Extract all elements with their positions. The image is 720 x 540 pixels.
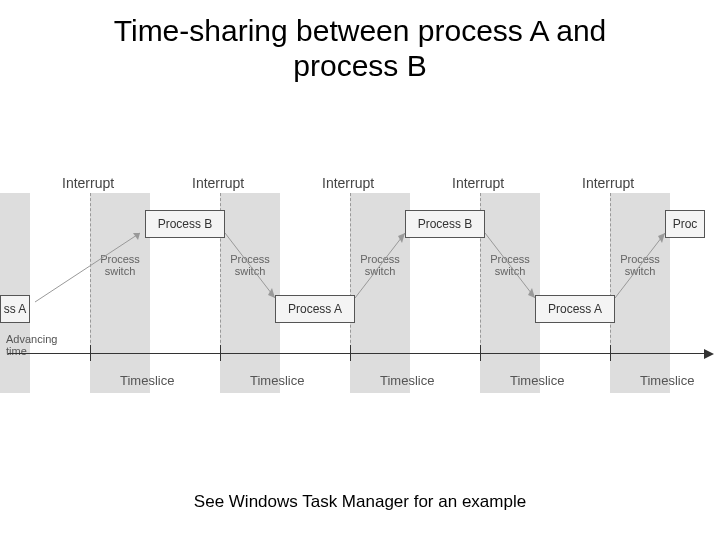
interrupt-label: Interrupt xyxy=(582,175,634,191)
switch-arrow-icon xyxy=(485,230,540,305)
interrupt-label: Interrupt xyxy=(62,175,114,191)
interrupt-label: Interrupt xyxy=(322,175,374,191)
interrupt-line xyxy=(610,193,611,353)
title-line-2: process B xyxy=(293,49,426,82)
switch-arrow-icon xyxy=(35,230,145,305)
process-b-box: Process B xyxy=(405,210,485,238)
svg-line-2 xyxy=(225,233,275,298)
switch-arrow-icon xyxy=(355,230,410,305)
process-b-box: Process B xyxy=(145,210,225,238)
gap-band xyxy=(0,193,30,393)
timeslice-label: Timeslice xyxy=(120,373,174,388)
page-title: Time-sharing between process A and proce… xyxy=(0,0,720,83)
axis-tick xyxy=(90,345,91,361)
interrupt-label: Interrupt xyxy=(452,175,504,191)
process-a-box: Process A xyxy=(535,295,615,323)
svg-line-6 xyxy=(485,233,535,298)
diagram: Interrupt Interrupt Interrupt Interrupt … xyxy=(0,175,720,420)
svg-line-4 xyxy=(355,233,405,298)
title-line-1: Time-sharing between process A and xyxy=(114,14,607,47)
svg-line-8 xyxy=(615,233,665,298)
timeslice-label: Timeslice xyxy=(640,373,694,388)
timeslice-label: Timeslice xyxy=(250,373,304,388)
interrupt-label: Interrupt xyxy=(192,175,244,191)
interrupt-line xyxy=(350,193,351,353)
process-a-box: Process A xyxy=(275,295,355,323)
timeslice-label: Timeslice xyxy=(510,373,564,388)
axis-tick xyxy=(220,345,221,361)
axis-tick xyxy=(610,345,611,361)
switch-arrow-icon xyxy=(225,230,280,305)
timeslice-label: Timeslice xyxy=(380,373,434,388)
axis-tick xyxy=(480,345,481,361)
switch-arrow-icon xyxy=(615,230,670,305)
process-box-truncated: Proc xyxy=(665,210,705,238)
time-axis xyxy=(8,353,712,354)
axis-tick xyxy=(350,345,351,361)
svg-line-0 xyxy=(35,233,140,302)
process-a-box: ss A xyxy=(0,295,30,323)
caption: See Windows Task Manager for an example xyxy=(0,492,720,512)
